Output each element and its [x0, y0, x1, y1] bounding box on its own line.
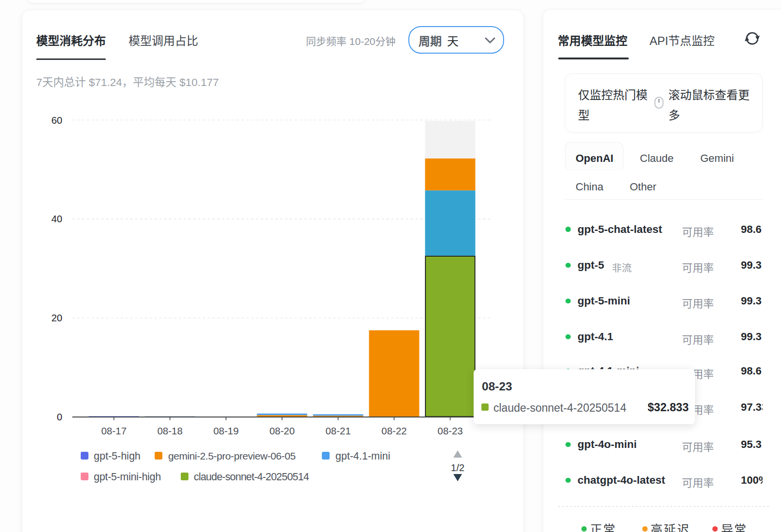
- svg-text:08-17: 08-17: [101, 425, 126, 436]
- svg-text:1/2: 1/2: [451, 462, 465, 473]
- svg-text:08-21: 08-21: [325, 425, 350, 436]
- svg-text:gpt-5-mini-high: gpt-5-mini-high: [94, 471, 161, 483]
- svg-text:gemini-2.5-pro-preview-06-05: gemini-2.5-pro-preview-06-05: [168, 450, 295, 461]
- svg-text:60: 60: [51, 115, 62, 126]
- svg-text:gpt-4.1-mini: gpt-4.1-mini: [335, 450, 390, 462]
- svg-text:40: 40: [51, 213, 62, 224]
- svg-text:08-22: 08-22: [381, 425, 406, 436]
- svg-text:gpt-5-high: gpt-5-high: [94, 450, 141, 462]
- svg-text:08-20: 08-20: [269, 425, 294, 436]
- svg-text:claude-sonnet-4-20250514: claude-sonnet-4-20250514: [194, 471, 309, 483]
- svg-text:20: 20: [51, 312, 62, 323]
- svg-text:0: 0: [57, 411, 62, 422]
- svg-text:08-19: 08-19: [213, 425, 238, 436]
- svg-text:08-23: 08-23: [437, 425, 463, 436]
- svg-text:08-18: 08-18: [157, 425, 182, 436]
